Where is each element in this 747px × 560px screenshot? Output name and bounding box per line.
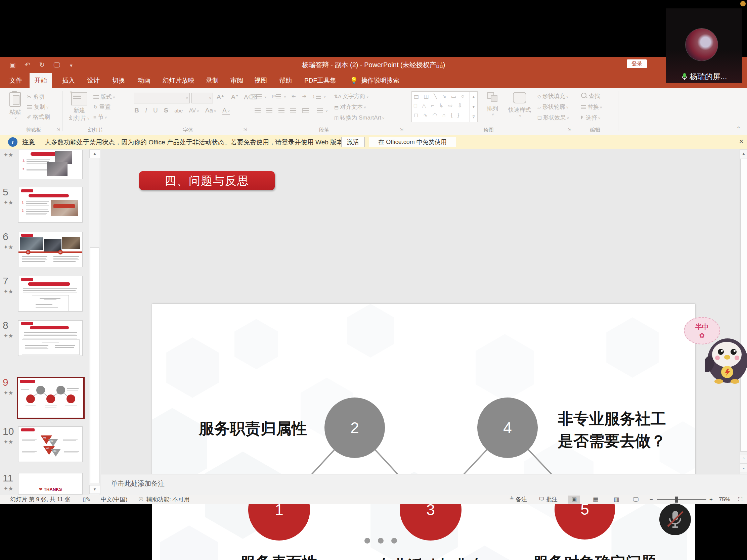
shape-effects-button[interactable]: ❏形状效果˅: [537, 113, 569, 122]
slide-canvas[interactable]: 2 4 1 3 5 服务职责归属性 非专业服务社工 是否需要去做？ 服务表面性 …: [152, 304, 695, 560]
justify-button[interactable]: [290, 108, 296, 113]
tab-design[interactable]: 设计: [82, 73, 104, 88]
carousel-dot[interactable]: [364, 538, 370, 543]
numbering-button[interactable]: 1²³˅: [272, 93, 286, 99]
font-name-combo[interactable]: ˅: [134, 93, 190, 103]
slide-thumbnail-9-selected[interactable]: [17, 377, 85, 419]
thumbnail-scrollbar-thumb[interactable]: [90, 247, 99, 483]
zoom-level[interactable]: 75%: [719, 495, 730, 504]
node-label-2[interactable]: 服务职责归属性: [199, 418, 307, 439]
copy-button[interactable]: 复制˅: [27, 103, 48, 111]
new-slide-button[interactable]: ✳ 新建 幻灯片˅: [69, 92, 90, 119]
font-size-combo[interactable]: ˅: [191, 93, 213, 103]
slide-thumbnail-5[interactable]: 1. 2.: [18, 187, 83, 222]
line-spacing-button[interactable]: ↕˅: [312, 93, 326, 99]
node-label-4-line1[interactable]: 非专业服务社工: [558, 408, 666, 429]
quick-styles-button[interactable]: 快速样式˅: [506, 92, 534, 118]
activate-button[interactable]: 激活: [341, 137, 365, 147]
tab-review[interactable]: 审阅: [226, 73, 248, 88]
italic-button[interactable]: I: [145, 107, 147, 114]
tab-insert[interactable]: 插入: [57, 73, 80, 88]
notes-placeholder[interactable]: 单击此处添加备注: [111, 479, 747, 488]
character-spacing-button[interactable]: AV˅: [189, 108, 199, 113]
font-color-button[interactable]: A˅: [222, 107, 230, 115]
drawing-dialog-launcher[interactable]: ⇲: [568, 127, 571, 132]
zoom-slider-track[interactable]: [657, 499, 706, 500]
align-right-button[interactable]: [279, 108, 284, 113]
tab-view[interactable]: 视图: [250, 73, 272, 88]
slide-thumbnail-4[interactable]: 1. 2.: [18, 150, 83, 179]
align-center-button[interactable]: [266, 108, 273, 113]
shrink-font-button[interactable]: A▼: [231, 93, 239, 101]
shape-gallery-scroll[interactable]: ▲▼⊽: [469, 91, 478, 122]
find-button[interactable]: 查找: [581, 92, 600, 101]
slide-thumbnail-7[interactable]: [18, 276, 83, 312]
zoom-in-icon[interactable]: +: [710, 495, 713, 504]
zoom-slider-thumb[interactable]: [675, 497, 678, 503]
office-free-button[interactable]: 在 Office.com 中免费使用: [369, 137, 456, 147]
tab-slideshow[interactable]: 幻灯片放映: [158, 73, 199, 88]
section-button[interactable]: ≡节˅: [93, 113, 107, 122]
clipboard-dialog-launcher[interactable]: ⇲: [56, 127, 60, 132]
tab-home[interactable]: 开始: [30, 73, 52, 88]
shape-outline-button[interactable]: ▱形状轮廓˅: [537, 103, 568, 111]
close-notification-icon[interactable]: ✕: [739, 138, 744, 145]
distribute-button[interactable]: [302, 108, 309, 113]
slide-title-banner[interactable]: 四、问题与反思: [139, 171, 275, 190]
thumbnail-scroll-down-icon[interactable]: ▼: [89, 485, 100, 494]
node-label-1[interactable]: 服务表面性: [240, 552, 317, 560]
spellcheck-icon[interactable]: ▯✎: [83, 495, 91, 504]
tell-me-search[interactable]: 操作说明搜索: [361, 73, 400, 88]
shape-gallery[interactable]: ▤ ◫ ╲ ↘ ▭ ○ □ △ ⌐ ↳ ⇨ ⇩ ◻ ∿ ◠ ∩ { }: [411, 91, 470, 122]
reading-view-button[interactable]: ▥: [611, 496, 622, 504]
format-painter-button[interactable]: ✐格式刷: [27, 113, 50, 122]
columns-button[interactable]: ˅: [317, 107, 328, 113]
decrease-indent-button[interactable]: ⇤: [291, 93, 296, 99]
diagram-node-2[interactable]: 2: [325, 398, 385, 458]
change-case-button[interactable]: Aa˅: [205, 107, 216, 114]
carousel-dot-active[interactable]: [351, 538, 357, 543]
tab-pdf-tools[interactable]: PDF工具集: [300, 73, 341, 88]
comments-toggle[interactable]: 🗩 批注: [539, 495, 558, 504]
tab-record[interactable]: 录制: [201, 73, 223, 88]
carousel-dot[interactable]: [378, 538, 384, 543]
align-text-button[interactable]: ⬒对齐文本˅: [334, 103, 366, 111]
tab-help[interactable]: 帮助: [275, 73, 297, 88]
node-label-5[interactable]: 服务对象确定问题: [533, 552, 656, 560]
notes-toggle[interactable]: ≜ 备注: [509, 495, 527, 504]
node-label-4-line2[interactable]: 是否需要去做？: [558, 431, 666, 452]
normal-view-button[interactable]: ▣: [568, 496, 580, 504]
paragraph-dialog-launcher[interactable]: ⇲: [400, 127, 404, 132]
select-button[interactable]: 选择˅: [581, 113, 600, 122]
slideshow-view-button[interactable]: 🖵: [630, 496, 642, 504]
zoom-out-icon[interactable]: −: [650, 495, 653, 504]
presenter-video-tile[interactable]: 杨瑞的屏...: [666, 8, 742, 83]
sign-in-button[interactable]: 登录: [627, 59, 647, 68]
slide-thumbnail-11[interactable]: ❤ THANKS: [18, 473, 83, 495]
slide-thumbnail-6[interactable]: 01 02: [18, 232, 83, 267]
layout-button[interactable]: 版式˅: [93, 93, 115, 101]
bold-button[interactable]: B: [134, 107, 139, 114]
paste-button[interactable]: 粘贴 ˅: [7, 92, 23, 118]
tab-animations[interactable]: 动画: [133, 73, 155, 88]
text-direction-button[interactable]: ⇅A文字方向˅: [334, 92, 369, 101]
mute-microphone-button[interactable]: [659, 504, 691, 535]
align-left-button[interactable]: [255, 108, 261, 113]
arrange-button[interactable]: 排列˅: [483, 92, 502, 116]
bullets-button[interactable]: •˅: [255, 93, 266, 99]
underline-button[interactable]: U: [153, 107, 158, 114]
fit-to-window-icon[interactable]: ⛶: [738, 495, 742, 504]
language-indicator[interactable]: 中文(中国): [101, 495, 127, 504]
cut-button[interactable]: ✂剪切: [27, 93, 44, 101]
thumbnail-scroll-up-icon[interactable]: ▲: [89, 150, 100, 158]
slide-thumbnail-8[interactable]: [18, 320, 83, 356]
grow-font-button[interactable]: A▲: [217, 93, 224, 101]
font-dialog-launcher[interactable]: ⇲: [243, 127, 247, 132]
main-scroll-up-icon[interactable]: ▲: [740, 150, 747, 158]
convert-smartart-button[interactable]: ◫转换为 SmartArt˅: [334, 113, 384, 122]
notes-pane[interactable]: 单击此处添加备注: [101, 474, 747, 495]
replace-button[interactable]: 替换˅: [581, 103, 602, 111]
diagram-node-4[interactable]: 4: [477, 398, 538, 458]
tab-file[interactable]: 文件: [5, 73, 27, 88]
increase-indent-button[interactable]: ⇥: [302, 93, 306, 99]
